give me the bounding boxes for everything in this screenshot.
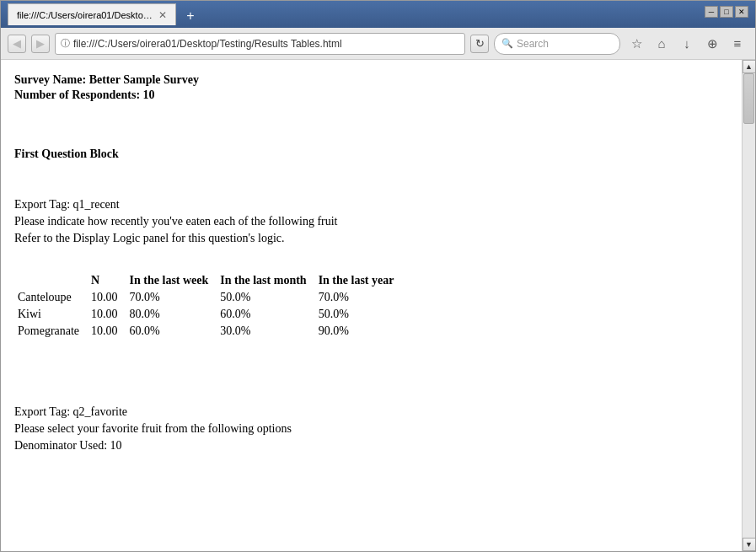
new-tab-button[interactable]: + bbox=[180, 7, 201, 25]
row-label: Canteloupe bbox=[14, 289, 88, 306]
search-placeholder: Search bbox=[517, 38, 549, 50]
content-area: Survey Name: Better Sample Survey Number… bbox=[1, 60, 755, 551]
home-icon[interactable]: ⌂ bbox=[651, 33, 673, 55]
info-icon: ⓘ bbox=[61, 37, 70, 50]
block-title: First Question Block bbox=[14, 147, 728, 161]
spacer1 bbox=[14, 119, 728, 139]
scroll-up-button[interactable]: ▲ bbox=[743, 60, 756, 73]
scrollbar-track[interactable] bbox=[743, 73, 755, 538]
tab-close-icon[interactable]: ✕ bbox=[158, 9, 167, 21]
page-content: Survey Name: Better Sample Survey Number… bbox=[1, 60, 742, 551]
q1-export-tag: Export Tag: q1_recent bbox=[14, 198, 728, 212]
respondents-count: Number of Respondents: 10 bbox=[14, 88, 728, 102]
row-n: 10.00 bbox=[88, 323, 126, 340]
nav-actions: ☆ ⌂ ↓ ⊕ ≡ bbox=[625, 33, 748, 55]
spacer3 bbox=[14, 262, 728, 272]
col-n-header: N bbox=[88, 272, 126, 289]
col-label-header bbox=[14, 272, 88, 289]
nav-bar: ◀ ▶ ⓘ file:///C:/Users/oirera01/Desktop/… bbox=[1, 28, 755, 60]
q1-question-text: Please indicate how recently you've eate… bbox=[14, 215, 728, 228]
q1-display-logic: Refer to the Display Logic panel for thi… bbox=[14, 232, 728, 245]
row-year: 70.0% bbox=[315, 289, 403, 306]
q1-results-table: N In the last week In the last month In … bbox=[14, 272, 402, 340]
row-week: 80.0% bbox=[126, 306, 217, 323]
scroll-down-button[interactable]: ▼ bbox=[743, 538, 756, 551]
table-header-row: N In the last week In the last month In … bbox=[14, 272, 402, 289]
browser-tab[interactable]: file:///C:/Users/oirera01/Desktop/Te... … bbox=[8, 3, 176, 25]
table-row: Kiwi 10.00 80.0% 60.0% 50.0% bbox=[14, 306, 402, 323]
search-icon: 🔍 bbox=[501, 38, 513, 49]
row-week: 60.0% bbox=[126, 323, 217, 340]
row-n: 10.00 bbox=[88, 306, 126, 323]
pocket-icon[interactable]: ⊕ bbox=[701, 33, 723, 55]
col-week-header: In the last week bbox=[126, 272, 217, 289]
q2-export-tag: Export Tag: q2_favorite bbox=[14, 405, 728, 419]
row-week: 70.0% bbox=[126, 289, 217, 306]
row-month: 50.0% bbox=[217, 289, 314, 306]
tab-title: file:///C:/Users/oirera01/Desktop/Te... bbox=[17, 10, 153, 20]
row-month: 60.0% bbox=[217, 306, 314, 323]
survey-name: Survey Name: Better Sample Survey bbox=[14, 73, 728, 87]
refresh-button[interactable]: ↻ bbox=[470, 35, 489, 53]
close-button[interactable]: ✕ bbox=[735, 6, 748, 18]
window-controls: ─ □ ✕ bbox=[705, 6, 748, 18]
search-bar[interactable]: 🔍 Search bbox=[494, 33, 620, 55]
scrollbar-thumb[interactable] bbox=[743, 73, 754, 124]
spacer5 bbox=[14, 385, 728, 405]
download-icon[interactable]: ↓ bbox=[676, 33, 698, 55]
address-text: file:///C:/Users/oirera01/Desktop/Testin… bbox=[73, 38, 459, 50]
minimize-button[interactable]: ─ bbox=[705, 6, 718, 18]
q2-denominator: Denominator Used: 10 bbox=[14, 439, 728, 453]
q2-question-text: Please select your favorite fruit from t… bbox=[14, 422, 728, 436]
col-month-header: In the last month bbox=[217, 272, 314, 289]
spacer2 bbox=[14, 178, 728, 198]
row-label: Kiwi bbox=[14, 306, 88, 323]
menu-icon[interactable]: ≡ bbox=[727, 33, 748, 55]
address-bar[interactable]: ⓘ file:///C:/Users/oirera01/Desktop/Test… bbox=[55, 33, 465, 55]
title-bar: file:///C:/Users/oirera01/Desktop/Te... … bbox=[1, 1, 755, 28]
back-button[interactable]: ◀ bbox=[8, 35, 26, 53]
table-row: Canteloupe 10.00 70.0% 50.0% 70.0% bbox=[14, 289, 402, 306]
row-label: Pomegranate bbox=[14, 323, 88, 340]
col-year-header: In the last year bbox=[315, 272, 403, 289]
row-n: 10.00 bbox=[88, 289, 126, 306]
maximize-button[interactable]: □ bbox=[720, 6, 733, 18]
bookmark-icon[interactable]: ☆ bbox=[625, 33, 647, 55]
row-year: 50.0% bbox=[315, 306, 403, 323]
row-year: 90.0% bbox=[315, 323, 403, 340]
row-month: 30.0% bbox=[217, 323, 314, 340]
forward-button[interactable]: ▶ bbox=[31, 35, 50, 53]
scrollbar[interactable]: ▲ ▼ bbox=[742, 60, 755, 551]
browser-window: file:///C:/Users/oirera01/Desktop/Te... … bbox=[0, 0, 756, 552]
spacer4 bbox=[14, 365, 728, 385]
table-row: Pomegranate 10.00 60.0% 30.0% 90.0% bbox=[14, 323, 402, 340]
